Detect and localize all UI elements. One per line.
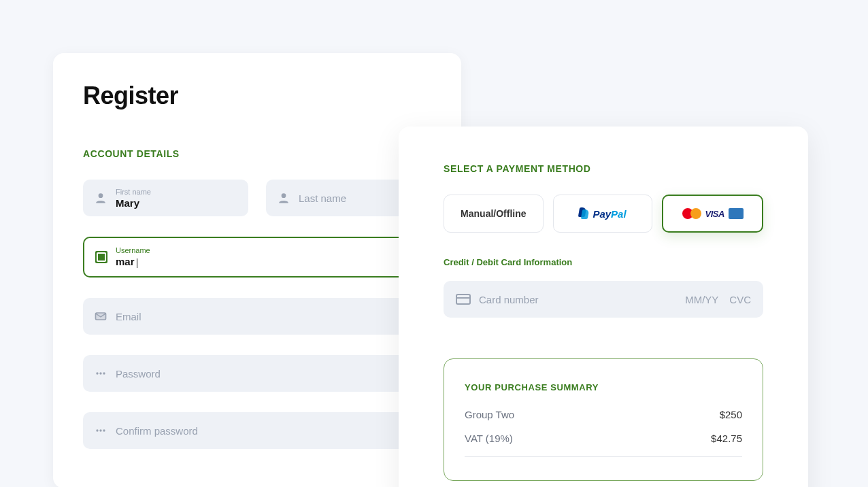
- card-brands: VISA: [682, 207, 744, 220]
- first-name-value: Mary: [116, 197, 151, 209]
- username-field[interactable]: Username mar: [83, 237, 431, 278]
- svg-point-6: [96, 429, 98, 431]
- summary-vat-amount: $42.75: [711, 433, 742, 444]
- payment-method-manual[interactable]: Manual/Offline: [444, 195, 544, 233]
- credit-card-icon: [456, 294, 471, 305]
- visa-icon: VISA: [705, 209, 724, 219]
- purchase-summary: YOUR PURCHASE SUMMARY Group Two $250 VAT…: [444, 358, 763, 481]
- card-cvc-placeholder: CVC: [729, 294, 751, 305]
- paypal-logo: PayPal: [579, 207, 626, 220]
- svg-point-5: [103, 372, 105, 374]
- password-placeholder: Password: [116, 368, 161, 380]
- summary-divider: [465, 456, 742, 457]
- confirm-password-field[interactable]: Confirm password: [83, 412, 431, 449]
- card-info-label: Credit / Debit Card Information: [444, 257, 763, 267]
- payment-method-heading: SELECT A PAYMENT METHOD: [444, 163, 763, 174]
- first-name-label: First name: [116, 188, 151, 196]
- amex-icon: [729, 208, 744, 219]
- confirm-password-placeholder: Confirm password: [116, 425, 198, 437]
- id-card-icon: [95, 251, 107, 263]
- paypal-icon: [579, 207, 590, 220]
- dots-icon: [94, 424, 107, 437]
- manual-label: Manual/Offline: [461, 208, 526, 219]
- svg-point-3: [96, 372, 98, 374]
- person-icon: [94, 191, 107, 205]
- password-field[interactable]: Password: [83, 355, 431, 392]
- summary-vat-label: VAT (19%): [465, 433, 513, 444]
- card-expiry-placeholder: MM/YY: [685, 294, 718, 305]
- payment-method-group: Manual/Offline PayPal VISA: [444, 195, 763, 233]
- email-placeholder: Email: [116, 311, 141, 322]
- svg-point-4: [99, 372, 101, 374]
- payment-card: SELECT A PAYMENT METHOD Manual/Offline P…: [399, 127, 808, 487]
- first-name-field[interactable]: First name Mary: [83, 180, 248, 216]
- email-field[interactable]: Email: [83, 298, 431, 335]
- last-name-placeholder: Last name: [299, 192, 346, 204]
- username-value: mar: [116, 256, 150, 267]
- person-icon: [277, 191, 290, 205]
- page-title: Register: [83, 82, 431, 110]
- svg-point-0: [99, 193, 103, 198]
- mastercard-icon: [682, 207, 701, 220]
- summary-item-label: Group Two: [465, 409, 514, 420]
- svg-point-1: [282, 193, 286, 198]
- username-label: Username: [116, 246, 150, 254]
- mail-icon: [94, 309, 107, 323]
- card-number-placeholder: Card number: [479, 294, 674, 305]
- summary-line-vat: VAT (19%) $42.75: [465, 433, 742, 444]
- dots-icon: [94, 367, 107, 380]
- account-details-heading: ACCOUNT DETAILS: [83, 148, 431, 159]
- payment-method-paypal[interactable]: PayPal: [553, 195, 653, 233]
- summary-line-item: Group Two $250: [465, 409, 742, 420]
- summary-item-amount: $250: [720, 409, 742, 420]
- card-number-field[interactable]: Card number MM/YY CVC: [444, 281, 763, 318]
- svg-point-7: [99, 429, 101, 431]
- text-cursor: [137, 258, 137, 268]
- svg-point-8: [103, 429, 105, 431]
- summary-heading: YOUR PURCHASE SUMMARY: [465, 382, 742, 392]
- payment-method-card[interactable]: VISA: [662, 195, 763, 233]
